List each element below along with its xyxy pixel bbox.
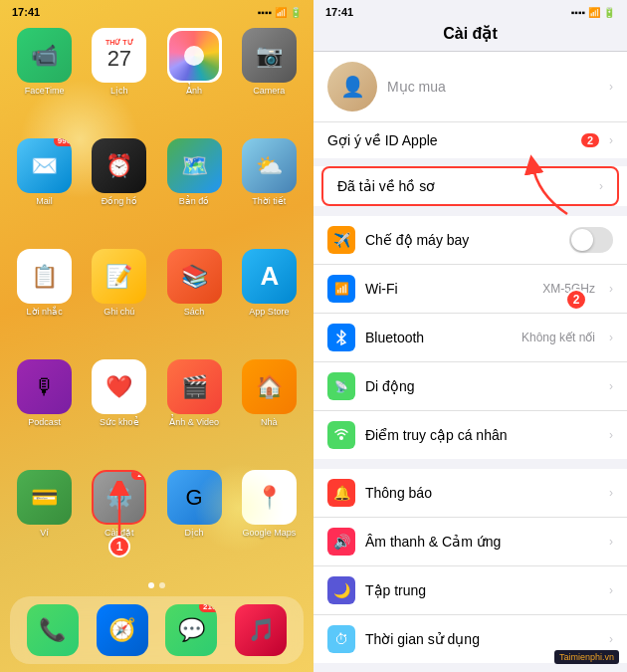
app-label-settings: Cài đặt xyxy=(104,528,134,538)
app-label-photos: Ảnh xyxy=(186,86,202,96)
app-mail[interactable]: ✉️ 990 Mail xyxy=(12,138,77,239)
app-icon-health: ❤️ xyxy=(92,359,146,414)
dock-safari-icon: 🧭 xyxy=(97,604,148,656)
signal-icon-right: ▪▪▪▪ xyxy=(571,7,585,18)
profile-row[interactable]: 👤 Mục mua › xyxy=(314,52,627,122)
app-photos[interactable]: Ảnh xyxy=(162,28,227,128)
status-bar-left: 17:41 ▪▪▪▪ 📶 🔋 xyxy=(0,0,314,20)
screentime-icon: ⏱ xyxy=(327,625,355,653)
settings-screen: 17:41 ▪▪▪▪ 📶 🔋 Cài đặt 👤 Mục mua xyxy=(314,0,627,672)
app-appstore[interactable]: A App Store xyxy=(237,249,302,349)
app-calendar[interactable]: THỨ TƯ 27 Lịch xyxy=(87,28,151,128)
notification-label: Thông báo xyxy=(365,485,599,501)
dock: 📞 🧭 💬 210 🎵 xyxy=(10,596,304,664)
app-label-calendar: Lịch xyxy=(110,86,128,96)
wifi-icon-right: 📶 xyxy=(588,7,600,18)
hotspot-icon xyxy=(327,421,355,449)
status-icons-right: ▪▪▪▪ 📶 🔋 xyxy=(571,7,615,18)
focus-row[interactable]: 🌙 Tập trung › xyxy=(314,566,627,615)
sound-icon: 🔊 xyxy=(327,528,355,556)
dock-safari[interactable]: 🧭 xyxy=(97,604,148,656)
app-home[interactable]: 🏠 Nhà xyxy=(237,359,302,460)
notification-chevron: › xyxy=(609,486,613,500)
app-icon-books: 📚 xyxy=(167,249,222,304)
highlighted-row-wrapper[interactable]: Đã tải về hồ sơ › xyxy=(314,166,627,206)
app-label-weather: Thời tiết xyxy=(252,196,286,206)
settings-panel: 17:41 ▪▪▪▪ 📶 🔋 Cài đặt 👤 Mục mua xyxy=(314,0,627,672)
profile-info: Mục mua xyxy=(387,79,599,95)
sound-chevron: › xyxy=(609,535,613,549)
notification-icon: 🔔 xyxy=(327,479,355,507)
app-facetime[interactable]: 📹 FaceTime xyxy=(12,28,77,128)
airplane-label: Chế độ máy bay xyxy=(365,232,559,248)
screentime-chevron: › xyxy=(609,632,613,646)
profile-group: 👤 Mục mua › Gợi ý về ID Apple 2 › xyxy=(314,52,627,158)
app-icon-reminder: 📋 xyxy=(17,249,72,304)
wifi-icon: 📶 xyxy=(275,7,287,18)
app-label-wallet: Ví xyxy=(40,528,49,538)
focus-icon: 🌙 xyxy=(327,576,355,604)
app-icon-maps: 🗺️ xyxy=(167,138,222,193)
app-grid: 📹 FaceTime THỨ TƯ 27 Lịch Ảnh 📷 Camera xyxy=(0,20,314,578)
app-icon-facetime: 📹 xyxy=(17,28,72,83)
app-weather[interactable]: ⛅ Thời tiết xyxy=(237,138,302,239)
app-icon-photos xyxy=(167,28,222,83)
app-clock[interactable]: ⏰ Đồng hồ xyxy=(87,138,151,239)
airplane-row[interactable]: ✈️ Chế độ máy bay xyxy=(314,216,627,265)
app-label-health: Sức khoẻ xyxy=(100,417,139,427)
app-camera[interactable]: 📷 Camera xyxy=(237,28,302,128)
app-label-reminder: Lời nhắc xyxy=(27,307,63,317)
dock-music-icon: 🎵 xyxy=(235,604,287,656)
wifi-chevron: › xyxy=(609,282,613,296)
wifi-row-icon: 📶 xyxy=(327,275,355,303)
dock-phone[interactable]: 📞 xyxy=(27,604,79,656)
profile-download-label: Đã tải về hồ sơ xyxy=(337,178,589,194)
dock-messages[interactable]: 💬 210 xyxy=(165,604,217,656)
time-right: 17:41 xyxy=(325,6,353,18)
wifi-label: Wi-Fi xyxy=(365,281,532,297)
app-gmaps[interactable]: 📍 Google Maps xyxy=(237,470,302,570)
network-group: ✈️ Chế độ máy bay 📶 Wi-Fi XM-5GHz › Blu xyxy=(314,216,627,459)
battery-icon-right: 🔋 xyxy=(603,7,615,18)
profile-avatar: 👤 xyxy=(327,62,377,112)
app-podcast[interactable]: 🎙 Podcast xyxy=(12,359,77,460)
app-label-translate: Dịch xyxy=(185,528,204,538)
bluetooth-row[interactable]: Bluetooth Không kết nối › xyxy=(314,314,627,362)
apple-id-row[interactable]: Gợi ý về ID Apple 2 › xyxy=(314,122,627,158)
screentime-label: Thời gian sử dụng xyxy=(365,631,599,647)
home-screen: 17:41 ▪▪▪▪ 📶 🔋 📹 FaceTime THỨ TƯ 27 Lịch xyxy=(0,0,314,672)
app-notes[interactable]: 📝 Ghi chú xyxy=(87,249,151,349)
app-icon-podcast: 🎙 xyxy=(17,359,72,414)
hotspot-row[interactable]: Điểm truy cập cá nhân › xyxy=(314,411,627,459)
app-label-camera: Camera xyxy=(253,86,285,96)
airplane-toggle[interactable] xyxy=(569,227,613,253)
app-label-photovideo: Ảnh & Video xyxy=(169,417,219,427)
notification-row[interactable]: 🔔 Thông báo › xyxy=(314,469,627,518)
cellular-icon: 📡 xyxy=(327,372,355,400)
app-reminder[interactable]: 📋 Lời nhắc xyxy=(12,249,77,349)
watermark: Taimienphi.vn xyxy=(554,650,619,664)
app-icon-notes: 📝 xyxy=(92,249,146,304)
status-bar-right: 17:41 ▪▪▪▪ 📶 🔋 xyxy=(314,0,627,20)
settings-title: Cài đặt xyxy=(443,25,497,42)
profile-download-row[interactable]: Đã tải về hồ sơ › xyxy=(321,166,619,206)
svg-point-1 xyxy=(339,436,343,440)
app-health[interactable]: ❤️ Sức khoẻ xyxy=(87,359,151,460)
app-translate[interactable]: G Dịch xyxy=(162,470,227,570)
mail-badge: 990 xyxy=(54,138,72,146)
app-maps[interactable]: 🗺️ Bản đồ xyxy=(162,138,227,239)
profile-chevron: › xyxy=(609,80,613,94)
app-photovideo[interactable]: 🎬 Ảnh & Video xyxy=(162,359,227,460)
signal-icon: ▪▪▪▪ xyxy=(258,7,272,18)
apple-id-chevron: › xyxy=(609,133,613,147)
app-icon-home: 🏠 xyxy=(242,359,297,414)
app-label-podcast: Podcast xyxy=(28,417,61,427)
sound-row[interactable]: 🔊 Âm thanh & Cảm ứng › xyxy=(314,518,627,566)
app-books[interactable]: 📚 Sách xyxy=(162,249,227,349)
app-wallet[interactable]: 💳 Ví xyxy=(12,470,77,570)
app-settings[interactable]: ⚙️ 2 Cài đặt xyxy=(87,470,151,570)
app-icon-wallet: 💳 xyxy=(17,470,72,525)
settings-content[interactable]: 👤 Mục mua › Gợi ý về ID Apple 2 › Đã tải… xyxy=(314,52,627,672)
cellular-row[interactable]: 📡 Di động › xyxy=(314,362,627,411)
dock-music[interactable]: 🎵 xyxy=(235,604,287,656)
